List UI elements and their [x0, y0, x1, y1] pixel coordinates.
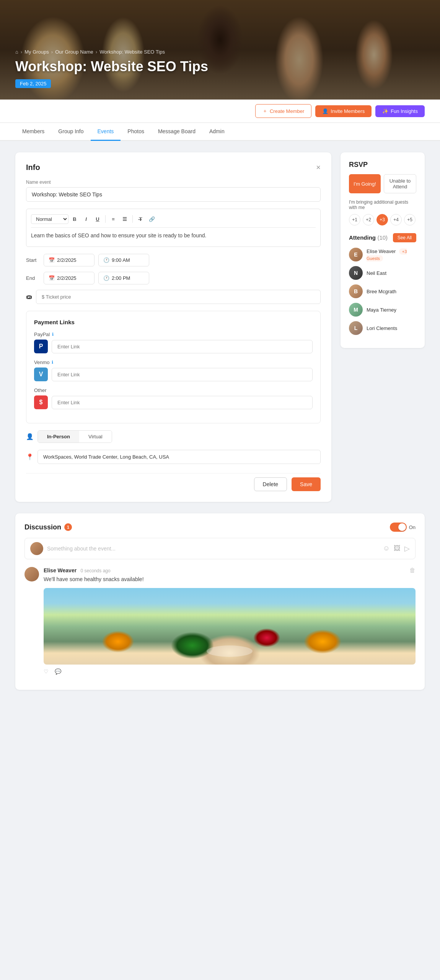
link-button[interactable]: 🔗: [147, 214, 157, 224]
attendee-row: B Bree Mcgrath: [349, 284, 416, 298]
post-item: Elise Weaver 0 seconds ago 🗑 We'll have …: [24, 567, 416, 675]
attendee-avatar-1: E: [349, 248, 363, 261]
paypal-label: PayPal: [34, 332, 50, 337]
plus-icon: ＋: [262, 108, 267, 114]
clear-format-button[interactable]: T̶: [135, 214, 146, 224]
end-date-field[interactable]: [57, 275, 90, 281]
post-author: Elise Weaver: [44, 567, 77, 573]
post-image: [44, 588, 416, 665]
invite-members-button[interactable]: 👤 Invite Members: [315, 105, 372, 117]
tab-photos[interactable]: Photos: [121, 123, 151, 141]
paypal-info-icon: ℹ: [52, 332, 54, 337]
unable-to-attend-button[interactable]: Unable to Attend: [384, 174, 416, 193]
description-editor[interactable]: Normal Heading 1 Heading 2 B I U ≡ ☰ T̶ …: [26, 209, 321, 247]
comment-input-row[interactable]: Something about the event... ☺ 🖼 ▷: [24, 538, 416, 559]
tab-admin[interactable]: Admin: [202, 123, 231, 141]
inperson-button[interactable]: In-Person: [38, 431, 79, 443]
end-date-input[interactable]: 📅: [44, 272, 95, 284]
breadcrumb-home[interactable]: ⌂: [15, 49, 18, 55]
heart-icon: ♡: [44, 668, 49, 675]
event-name-input[interactable]: [26, 187, 321, 202]
guest-num-2[interactable]: +2: [363, 214, 374, 225]
attending-count: (10): [377, 234, 388, 241]
rsvp-title: RSVP: [349, 161, 416, 169]
current-user-avatar: [30, 542, 43, 555]
venmo-link-input[interactable]: [52, 368, 313, 381]
start-label: Start: [26, 257, 40, 263]
image-icon[interactable]: 🖼: [394, 544, 401, 553]
venmo-logo: V: [34, 368, 48, 381]
info-title: Info: [26, 163, 40, 172]
breadcrumb: ⌂ › My Groups › Our Group Name › Worksho…: [15, 49, 208, 55]
breadcrumb-my-groups[interactable]: My Groups: [24, 49, 49, 55]
breadcrumb-group-name[interactable]: Our Group Name: [55, 49, 93, 55]
start-time-field[interactable]: [112, 257, 144, 263]
like-action[interactable]: ♡: [44, 668, 49, 675]
guest-num-5[interactable]: +5: [404, 214, 416, 225]
send-icon[interactable]: ▷: [404, 544, 410, 553]
close-button[interactable]: ×: [316, 163, 321, 172]
toggle-label: On: [409, 524, 416, 530]
tab-group-info[interactable]: Group Info: [51, 123, 90, 141]
start-date-input[interactable]: 📅: [44, 254, 95, 266]
ticket-price-input[interactable]: [36, 290, 321, 304]
tab-message-board[interactable]: Message Board: [151, 123, 202, 141]
comment-action[interactable]: 💬: [55, 668, 61, 675]
hero-banner: ⌂ › My Groups › Our Group Name › Worksho…: [0, 0, 440, 100]
location-input[interactable]: [37, 450, 321, 464]
event-type-toggle[interactable]: In-Person Virtual: [37, 430, 112, 443]
info-card: Info × Name event Normal Heading 1 Headi…: [15, 152, 331, 502]
italic-button[interactable]: I: [81, 214, 91, 224]
breadcrumb-current: Workshop: Website SEO Tips: [99, 49, 165, 55]
post-content: Elise Weaver 0 seconds ago 🗑 We'll have …: [44, 567, 416, 675]
fun-insights-button[interactable]: ✨ Fun Insights: [375, 105, 425, 117]
see-all-button[interactable]: See All: [393, 233, 416, 242]
create-member-button[interactable]: ＋ Create Member: [255, 104, 311, 118]
venmo-item: Venmo ℹ V: [34, 359, 313, 381]
discussion-toggle[interactable]: [390, 523, 407, 532]
delete-post-icon[interactable]: 🗑: [409, 567, 416, 574]
ticket-icon: 🎟: [26, 294, 32, 301]
attendee-avatar-3: B: [349, 284, 363, 298]
text-style-select[interactable]: Normal Heading 1 Heading 2: [31, 214, 68, 224]
bold-button[interactable]: B: [69, 214, 80, 224]
save-button[interactable]: Save: [292, 477, 321, 491]
im-going-button[interactable]: I'm Going!: [349, 174, 381, 193]
virtual-button[interactable]: Virtual: [79, 431, 112, 443]
toolbar: ＋ Create Member 👤 Invite Members ✨ Fun I…: [0, 100, 440, 123]
underline-button[interactable]: U: [92, 214, 103, 224]
clock-icon-end: 🕐: [103, 275, 109, 281]
guest-num-4[interactable]: +4: [390, 214, 402, 225]
attendee-name-3: Bree Mcgrath: [367, 289, 396, 294]
unordered-list-button[interactable]: ☰: [119, 214, 130, 224]
ordered-list-button[interactable]: ≡: [108, 214, 119, 224]
end-time-field[interactable]: [112, 275, 144, 281]
tab-events[interactable]: Events: [91, 123, 121, 141]
end-time-input[interactable]: 🕐: [98, 272, 149, 284]
end-label: End: [26, 275, 40, 281]
tab-members[interactable]: Members: [15, 123, 51, 141]
rte-toolbar: Normal Heading 1 Heading 2 B I U ≡ ☰ T̶ …: [31, 214, 316, 228]
guest-num-1[interactable]: +1: [349, 214, 360, 225]
event-date-badge: Feb 2, 2025: [15, 79, 51, 88]
other-label: Other: [34, 387, 47, 393]
comment-placeholder[interactable]: Something about the event...: [47, 546, 379, 552]
attending-title: Attending: [349, 234, 376, 241]
attendee-name-1: Elise Weaver: [367, 248, 396, 254]
paypal-link-input[interactable]: [52, 340, 313, 353]
start-time-input[interactable]: 🕐: [98, 254, 149, 266]
other-link-input[interactable]: [52, 396, 313, 409]
venmo-info-icon: ℹ: [52, 360, 53, 365]
description-text[interactable]: Learn the basics of SEO and how to ensur…: [31, 232, 316, 240]
guest-num-3[interactable]: +3: [376, 214, 388, 225]
paypal-logo: P: [34, 340, 48, 353]
paypal-item: PayPal ℹ P: [34, 332, 313, 353]
other-logo: $: [34, 395, 48, 409]
start-date-field[interactable]: [57, 257, 90, 263]
calendar-icon: 📅: [49, 257, 55, 263]
payment-links-section: Payment Links PayPal ℹ P Venmo ℹ V: [26, 311, 321, 423]
other-item: Other $: [34, 387, 313, 409]
emoji-icon[interactable]: ☺: [383, 544, 390, 553]
delete-button[interactable]: Delete: [254, 477, 287, 491]
main-content: Info × Name event Normal Heading 1 Headi…: [0, 141, 440, 513]
